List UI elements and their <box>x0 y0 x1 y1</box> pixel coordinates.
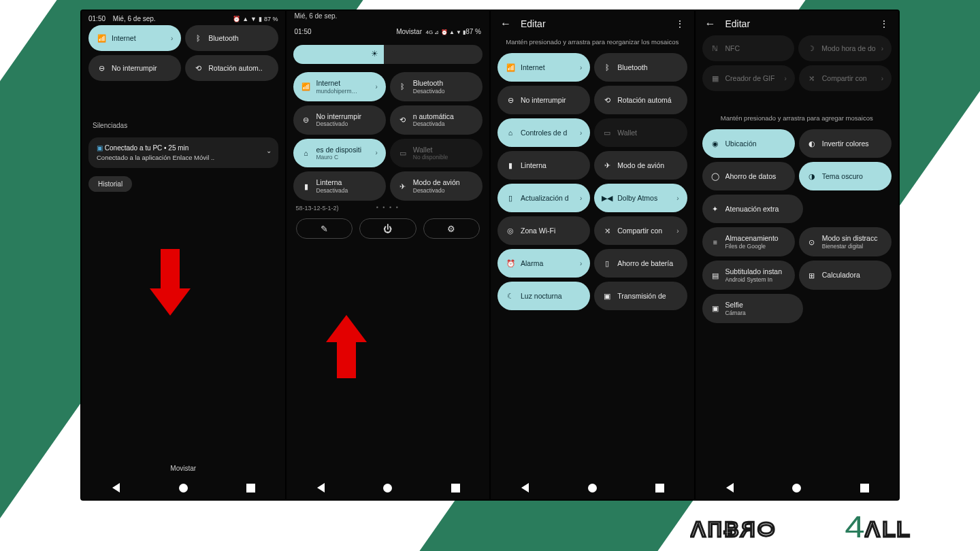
nav-home-icon[interactable] <box>792 484 801 492</box>
qs-tile-caption[interactable]: ▤Subtitulado instanAndroid System In <box>702 261 795 290</box>
qs-tile-share[interactable]: ⤨Compartir con› <box>594 216 687 245</box>
chevron-right-icon: › <box>375 149 377 156</box>
gear-icon: ⚙ <box>447 224 455 234</box>
qs-tile-calc[interactable]: ⊞Calculadora <box>799 261 892 290</box>
pencil-icon: ✎ <box>321 224 328 234</box>
rotate-icon: ⟲ <box>602 95 612 105</box>
power-button[interactable]: ⏻ <box>359 218 416 239</box>
qs-tile-hotspot[interactable]: ◎Zona Wi-Fi <box>497 216 590 245</box>
qs-tile-plane[interactable]: ✈Modo de avión <box>594 151 687 180</box>
qs-tile-bt[interactable]: ᛒBluetooth <box>185 25 278 51</box>
tile-label: SelfieCámara <box>725 301 795 316</box>
qs-tile-alarm[interactable]: ⏰Alarma› <box>497 249 590 278</box>
brightness-slider[interactable]: ☀ <box>293 45 483 64</box>
invert-icon: ◐ <box>807 139 817 148</box>
chevron-right-icon: › <box>784 75 786 82</box>
qs-tile-phone[interactable]: ▯Actualización d› <box>497 184 590 212</box>
qs-tile-cast[interactable]: ▣Transmisión de <box>594 282 687 310</box>
qs-tile-bed[interactable]: ☽Modo hora de do› <box>798 35 892 61</box>
qs-tile-flash[interactable]: ▮Linterna <box>497 151 590 180</box>
nav-home-icon[interactable] <box>588 484 597 492</box>
nav-recent-icon[interactable] <box>246 484 255 492</box>
dnd-icon: ⊖ <box>301 115 311 124</box>
tile-label: AlmacenamientoFiles de Google <box>725 234 787 250</box>
status-date: Mié, 6 de sep. <box>287 11 490 25</box>
phone-icon: ▯ <box>506 193 515 203</box>
chevron-right-icon: › <box>580 195 582 202</box>
nav-back-icon[interactable] <box>111 483 120 492</box>
qs-tile-share[interactable]: ⤨Compartir con› <box>799 65 892 91</box>
qs-tile-dnd[interactable]: ⊖No interrumpir <box>88 55 181 81</box>
qs-tile-home[interactable]: ⌂Controles de d› <box>497 118 590 147</box>
nav-back-icon[interactable] <box>316 483 325 492</box>
qs-tile-invert[interactable]: ◐Invertir colores <box>799 129 892 158</box>
back-arrow-icon[interactable]: ← <box>500 18 511 30</box>
plane-icon: ✈ <box>602 161 612 170</box>
nav-recent-icon[interactable] <box>655 484 664 492</box>
qs-tile-bt[interactable]: ᛒBluetooth <box>594 53 687 82</box>
qs-tile-rotate[interactable]: ⟲Rotación autom.. <box>185 55 278 81</box>
qs-tile-dnd[interactable]: ⊖No interrumpir <box>497 86 590 114</box>
qs-tile-wifi[interactable]: 📶Internet› <box>497 53 590 82</box>
tile-label: Calculadora <box>822 271 883 280</box>
tile-label: Luz nocturna <box>521 292 582 301</box>
chevron-right-icon: › <box>580 129 582 137</box>
qs-tile-wifi[interactable]: 📶Internetmundohiperm…› <box>293 72 386 101</box>
tile-label: Internetmundohiperm… <box>316 79 370 95</box>
more-icon[interactable]: ⋮ <box>879 18 889 29</box>
edit-header: ← Editar ⋮ <box>491 11 694 35</box>
bt-icon: ᛒ <box>193 33 203 43</box>
nav-back-icon[interactable] <box>520 483 529 492</box>
location-icon: ◉ <box>710 139 720 148</box>
svg-text:ᴧᴨᴃᴙᴑ: ᴧᴨᴃᴙᴑ <box>690 512 776 542</box>
history-chip[interactable]: Historial <box>88 176 132 192</box>
qs-tile-bt[interactable]: ᛒBluetoothDesactivado <box>390 72 483 101</box>
qs-tile-camera[interactable]: ▣SelfieCámara <box>702 294 803 323</box>
back-arrow-icon[interactable]: ← <box>705 18 716 30</box>
nav-home-icon[interactable] <box>179 484 188 492</box>
expand-icon[interactable]: ⌄ <box>266 147 272 154</box>
qs-tile-plane[interactable]: ✈Modo de aviónDesactivado <box>390 171 483 201</box>
tile-label: Alarma <box>521 259 574 268</box>
nav-home-icon[interactable] <box>383 484 392 492</box>
signal-icon: 4G ⊿ ⏰ ▲ ▼ ▮ <box>426 29 466 35</box>
tile-label: n automáticaDesactivada <box>413 112 474 128</box>
qs-tile-dolby[interactable]: ▶◀Dolby Atmos› <box>594 184 687 212</box>
nav-back-icon[interactable] <box>725 483 734 492</box>
qs-tile-moon[interactable]: ☾Luz nocturna <box>497 282 590 310</box>
qs-tile-dnd[interactable]: ⊖No interrumpirDesactivado <box>293 105 386 135</box>
qs-tile-focus[interactable]: ⊙Modo sin distraccBienestar digital <box>799 227 892 256</box>
tile-label: Tema oscuro <box>822 172 883 181</box>
gif-icon: ▦ <box>710 73 720 83</box>
qs-tile-home[interactable]: ⌂es de dispositiMauro C› <box>293 139 386 168</box>
andro4all-logo: ᴧᴨᴃᴙᴑ 4 ᴧʟʟ <box>690 510 939 544</box>
tile-label: Ubicación <box>725 139 787 148</box>
qs-tile-flash[interactable]: ▮LinternaDesactivada <box>293 171 386 201</box>
qs-tile-rotate[interactable]: ⟲n automáticaDesactivada <box>390 105 483 135</box>
settings-button[interactable]: ⚙ <box>423 218 480 239</box>
wifi-icon: 📶 <box>506 63 515 72</box>
qs-tile-battery[interactable]: ▯Ahorro de batería <box>594 249 687 278</box>
tile-label: No interrumpir <box>112 64 173 73</box>
nav-recent-icon[interactable] <box>451 484 460 492</box>
nav-recent-icon[interactable] <box>860 484 869 492</box>
more-icon[interactable]: ⋮ <box>675 18 685 29</box>
edit-tiles-button[interactable]: ✎ <box>296 218 353 239</box>
qs-tile-wifi[interactable]: 📶Internet› <box>88 25 181 51</box>
status-bar: 01:50 Mié, 6 de sep. ⏰▲▼▮87 % <box>82 11 285 25</box>
qs-tile-nfc[interactable]: ℕNFC <box>702 35 795 61</box>
chevron-right-icon: › <box>676 227 679 235</box>
tile-label: Internet <box>521 63 574 72</box>
qs-tile-rotate[interactable]: ⟲Rotación automá <box>594 86 687 114</box>
qs-tile-dark[interactable]: ◑Tema oscuro <box>799 162 892 190</box>
qs-tile-location[interactable]: ◉Ubicación <box>702 129 795 158</box>
qs-tile-gif[interactable]: ▦Creador de GIF› <box>702 65 795 91</box>
qs-tile-data[interactable]: ◯Ahorro de datos <box>702 162 795 190</box>
qs-tile-wallet[interactable]: ▭WalletNo disponible <box>390 139 483 168</box>
qs-tile-storage[interactable]: ≡AlmacenamientoFiles de Google <box>702 227 795 256</box>
notification-card[interactable]: ▣ Conectado a tu PC • 25 min Conectado a… <box>88 137 278 168</box>
qs-tile-dim[interactable]: ✦Atenuación extra <box>702 195 803 223</box>
flash-icon: ▮ <box>301 182 311 191</box>
calc-icon: ⊞ <box>807 271 817 280</box>
qs-tile-wallet[interactable]: ▭Wallet <box>594 118 687 147</box>
